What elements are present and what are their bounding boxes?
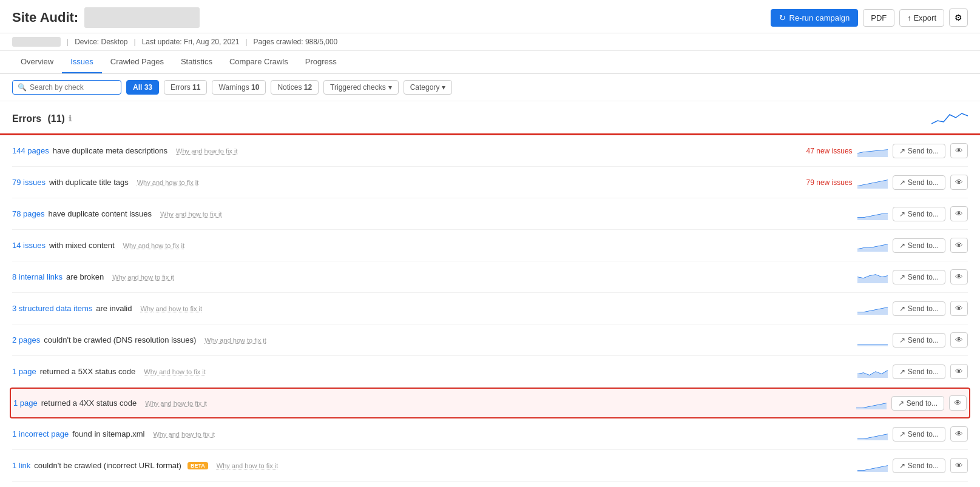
fix-link[interactable]: Why and how to fix it [112,274,174,281]
issue-left: 1 incorrect page found in sitemap.xml Wh… [12,429,857,438]
export-icon: ↑ [907,13,911,22]
filter-notices-button[interactable]: Notices 12 [271,80,319,95]
search-box[interactable]: 🔍 [12,80,121,95]
tab-compare-crawls[interactable]: Compare Crawls [221,51,297,73]
send-to-button[interactable]: ↗ Send to... [893,333,945,348]
filter-bar: 🔍 All 33 Errors 11 Warnings 10 Notices 1… [0,74,980,101]
export-button[interactable]: ↑ Export [899,9,944,27]
mini-chart [857,237,888,254]
mini-chart [857,426,888,442]
issue-link[interactable]: 1 page [12,367,36,376]
issue-link[interactable]: 3 structured data items [12,304,92,313]
triggered-checks-dropdown[interactable]: Triggered checks ▾ [323,80,399,95]
dropdown-arrow-icon: ▾ [388,83,392,92]
eye-button[interactable]: 👁 [950,269,968,284]
fix-link[interactable]: Why and how to fix it [137,179,199,186]
fix-link[interactable]: Why and how to fix it [153,431,215,438]
eye-button[interactable]: 👁 [950,175,968,190]
fix-link[interactable]: Why and how to fix it [160,210,222,218]
eye-icon: 👁 [955,209,963,218]
section-count: (11) [47,113,64,124]
issue-right: ↗ Send to... 👁 [857,457,968,474]
tab-issues[interactable]: Issues [62,51,102,73]
issue-link[interactable]: 1 link [12,461,30,470]
issue-link[interactable]: 2 pages [12,335,40,344]
send-to-button[interactable]: ↗ Send to... [893,458,945,473]
send-to-button[interactable]: ↗ Send to... [893,427,945,442]
site-name-box [84,7,200,28]
fix-link[interactable]: Why and how to fix it [217,462,279,469]
eye-icon: 👁 [955,241,963,250]
issue-left: 2 pages couldn't be crawled (DNS resolut… [12,335,857,344]
eye-button[interactable]: 👁 [950,364,968,379]
send-to-button[interactable]: ↗ Send to... [891,396,944,411]
issue-link[interactable]: 14 issues [12,241,46,250]
eye-button[interactable]: 👁 [950,301,968,316]
filter-all-button[interactable]: All 33 [126,80,159,95]
eye-button[interactable]: 👁 [950,206,968,221]
send-to-button[interactable]: ↗ Send to... [893,207,945,221]
eye-button[interactable]: 👁 [950,426,968,442]
issue-link[interactable]: 144 pages [12,146,49,155]
issue-right: ↗ Send to... 👁 [857,363,968,380]
pdf-button[interactable]: PDF [863,9,894,27]
issue-description: couldn't be crawled (incorrect URL forma… [34,461,181,470]
tab-crawled-pages[interactable]: Crawled Pages [102,51,172,73]
eye-icon: 👁 [955,272,963,281]
svg-marker-10 [857,466,888,472]
fix-link[interactable]: Why and how to fix it [144,368,206,375]
send-label: Send to... [908,147,939,155]
mini-chart [857,363,888,380]
issue-link[interactable]: 79 issues [12,178,46,187]
gear-button[interactable]: ⚙ [949,8,968,27]
device-info: Device: Desktop [75,38,127,46]
issue-link[interactable]: 78 pages [12,209,45,218]
send-to-button[interactable]: ↗ Send to... [893,144,945,158]
send-label: Send to... [908,430,939,438]
issue-link[interactable]: 1 page [13,398,38,408]
fix-link[interactable]: Why and how to fix it [176,147,238,155]
new-issues-badge: 47 new issues [806,147,853,155]
fix-link[interactable]: Why and how to fix it [204,337,266,344]
issue-description: are invalid [96,304,132,313]
tab-overview[interactable]: Overview [12,51,62,73]
send-icon: ↗ [899,368,905,376]
errors-section-header: Errors (11) ℹ [0,101,980,131]
beta-badge: BETA [188,462,208,469]
fix-link[interactable]: Why and how to fix it [141,305,203,312]
eye-button[interactable]: 👁 [950,332,968,348]
mini-chart [857,206,888,222]
rerun-button[interactable]: ↻ Re-run campaign [771,9,859,27]
issue-left: 1 link couldn't be crawled (incorrect UR… [12,461,857,470]
send-to-button[interactable]: ↗ Send to... [893,175,945,190]
eye-button[interactable]: 👁 [950,458,968,473]
svg-marker-6 [857,345,888,346]
filter-warnings-button[interactable]: Warnings 10 [212,80,266,95]
tab-progress[interactable]: Progress [297,51,345,73]
fix-link[interactable]: Why and how to fix it [123,242,185,249]
svg-marker-9 [857,434,888,440]
filter-errors-button[interactable]: Errors 11 [164,80,207,95]
search-input[interactable] [30,83,116,92]
issue-row: 1 page returned a 4XX status code Why an… [10,388,970,418]
tab-statistics[interactable]: Statistics [172,51,221,73]
send-to-button[interactable]: ↗ Send to... [893,270,945,284]
eye-button[interactable]: 👁 [950,238,968,253]
issue-row: 3 structured data items are invalid Why … [12,293,968,324]
issue-right: 47 new issues ↗ Send to... 👁 [806,143,968,159]
svg-marker-5 [857,307,888,315]
send-icon: ↗ [899,178,905,187]
send-to-button[interactable]: ↗ Send to... [893,364,945,379]
issue-link[interactable]: 8 internal links [12,272,63,281]
category-dropdown[interactable]: Category ▾ [404,80,453,95]
eye-button[interactable]: 👁 [949,395,967,411]
send-label: Send to... [908,462,939,470]
info-icon[interactable]: ℹ [69,114,72,123]
send-to-button[interactable]: ↗ Send to... [893,301,945,316]
gear-icon: ⚙ [955,13,962,22]
issue-left: 78 pages have duplicate content issues W… [12,209,857,218]
fix-link[interactable]: Why and how to fix it [145,400,207,407]
issue-link[interactable]: 1 incorrect page [12,429,69,438]
eye-button[interactable]: 👁 [950,143,968,158]
send-to-button[interactable]: ↗ Send to... [893,238,945,253]
